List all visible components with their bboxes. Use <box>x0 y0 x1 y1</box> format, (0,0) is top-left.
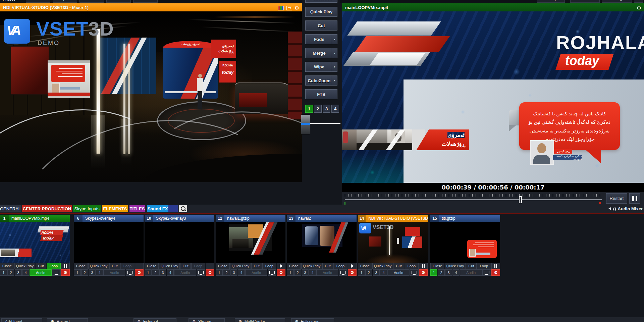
audio-button[interactable]: Audio <box>316 269 338 276</box>
input-header[interactable]: 1 mainLOOPVMix.mp4 <box>0 215 70 222</box>
overlay-1-button[interactable]: 1 <box>145 269 152 276</box>
fullscreen-output-button[interactable] <box>339 269 347 276</box>
quick-play-button[interactable]: Quick Play <box>305 7 337 17</box>
fullscreen-monitor-icon[interactable] <box>286 6 292 10</box>
close-button[interactable]: Close <box>358 263 372 269</box>
preview-video[interactable]: ئەمرۆی ڕۆژهەلات ئەمرۆی ڕۆژهەلات ROJHA to… <box>0 11 302 182</box>
menu-last-button[interactable]: Last <box>133 0 158 3</box>
loop-button[interactable]: Loop <box>47 263 61 269</box>
overlay-4-button[interactable]: 4 <box>309 269 316 276</box>
fullscreen-output-button[interactable] <box>268 269 276 276</box>
quick-play-button[interactable]: Quick Play <box>372 263 393 269</box>
close-button[interactable]: Close <box>74 263 88 269</box>
quick-play-button[interactable]: Quick Play <box>159 263 180 269</box>
program-settings-gear-icon[interactable] <box>637 5 641 11</box>
record-button[interactable]: Record <box>47 318 88 322</box>
overlay-4-button[interactable]: 4 <box>96 269 103 276</box>
overlay-4-button[interactable]: 4 <box>452 269 460 276</box>
overlay-1-button[interactable]: 1 <box>305 105 313 113</box>
close-button[interactable]: Close <box>145 263 159 269</box>
close-button[interactable]: Close <box>287 263 301 269</box>
tab-sound-fx[interactable]: Sound FX <box>147 205 168 212</box>
tab-titles[interactable]: TITLES <box>129 205 145 212</box>
overlay-3-button[interactable]: 3 <box>323 105 330 113</box>
input-thumbnail[interactable] <box>430 222 500 263</box>
menu-saveas-button[interactable]: Save As <box>106 0 131 3</box>
input-settings-button[interactable] <box>348 269 357 276</box>
input-card-12[interactable]: 12 hawal1.gtzip Close Quick Play Cut Loo… <box>216 215 285 275</box>
fullscreen-output-button[interactable] <box>126 269 135 276</box>
audio-button[interactable]: Audio <box>245 269 267 276</box>
tab-stub[interactable] <box>168 205 178 212</box>
overlay-2-button[interactable]: 2 <box>152 269 159 276</box>
loop-button[interactable]: Loop <box>405 263 419 269</box>
program-video[interactable]: ROJHALAT today کاتێک باس لە چەند کەس یا … <box>342 11 644 183</box>
tab-skype-inputs[interactable]: Skype Inputs <box>73 205 101 212</box>
input-card-14[interactable]: 14 NDI VIRTUAL-STUDIO (VSET3D - M VSET3D… <box>358 215 428 275</box>
overlay-2-button[interactable]: 2 <box>294 269 301 276</box>
overlay-3-button[interactable]: 3 <box>159 269 166 276</box>
search-button[interactable] <box>179 205 187 212</box>
preview-settings-gear-icon[interactable] <box>295 5 299 11</box>
settings-menu-button[interactable]: Settings <box>602 0 632 3</box>
tbar-slider-handle[interactable] <box>301 114 310 135</box>
fullscreen-output-button[interactable] <box>482 269 491 276</box>
loop-button[interactable]: Loop <box>262 263 276 269</box>
loop-button[interactable]: Loop <box>120 263 135 269</box>
overlay-1-button[interactable]: 1 <box>430 269 437 276</box>
quick-play-button[interactable]: Quick Play <box>88 263 109 269</box>
input-header[interactable]: 14 NDI VIRTUAL-STUDIO (VSET3D - M <box>358 215 428 222</box>
cubezoom-button[interactable]: CubeZoom <box>305 75 337 86</box>
external-button[interactable]: External <box>133 318 176 322</box>
quick-play-button[interactable]: Quick Play <box>301 263 322 269</box>
input-settings-button[interactable] <box>61 269 70 276</box>
menu-new-button[interactable]: New <box>26 0 50 3</box>
input-thumbnail[interactable]: ROJHAtoday <box>0 222 70 263</box>
audio-mixer-button[interactable]: Audio Mixer <box>608 205 643 212</box>
close-button[interactable]: Close <box>216 263 230 269</box>
quick-play-button[interactable]: Quick Play <box>14 263 35 269</box>
media-state-button[interactable] <box>135 263 144 269</box>
wipe-button[interactable]: Wipe <box>305 62 337 72</box>
menu-preset[interactable]: Preset <box>3 0 21 3</box>
media-pause-button[interactable] <box>61 263 70 269</box>
input-thumbnail[interactable] <box>287 222 357 263</box>
cubezoom-dropdown-arrow-icon[interactable] <box>332 76 337 85</box>
overlay-2-button[interactable]: 2 <box>438 269 445 276</box>
input-settings-button[interactable] <box>206 269 214 276</box>
fade-dropdown-arrow-icon[interactable] <box>332 35 337 44</box>
cut-button[interactable]: Cut <box>393 263 404 269</box>
fullscreen-button[interactable]: Fullscreen <box>305 0 337 3</box>
loop-button[interactable]: Loop <box>191 263 205 269</box>
menu-open-button[interactable]: Open <box>53 0 77 3</box>
tab-elements[interactable]: ELEMENTS <box>102 205 128 212</box>
media-pause-button[interactable] <box>419 263 428 269</box>
cut-button[interactable]: Cut <box>466 263 477 269</box>
input-thumbnail[interactable] <box>145 222 214 263</box>
cut-button[interactable]: Cut <box>109 263 120 269</box>
pause-inputs-button[interactable]: Pause Inputs <box>537 0 565 3</box>
overlay-2-button[interactable]: 2 <box>7 269 14 276</box>
multicorder-button[interactable]: MultiCorder <box>235 318 285 322</box>
overlay-4-button[interactable]: 4 <box>238 269 245 276</box>
cut-button[interactable]: Cut <box>251 263 262 269</box>
close-button[interactable]: Close <box>0 263 14 269</box>
overlay-1-button[interactable]: 1 <box>0 269 7 276</box>
fullscreen-output-button[interactable] <box>410 269 419 276</box>
colorbars-icon[interactable] <box>278 6 284 10</box>
overlay-4-button[interactable]: 4 <box>380 269 387 276</box>
cut-button[interactable]: Cut <box>36 263 46 269</box>
stream-button[interactable]: Stream <box>189 318 225 322</box>
overlay-2-button[interactable]: 2 <box>81 269 88 276</box>
fullscreen-output-button[interactable] <box>197 269 205 276</box>
overlay-3-button[interactable]: 3 <box>302 269 309 276</box>
overlay-3-button[interactable]: 3 <box>89 269 96 276</box>
fullscreen-output-button[interactable] <box>52 269 61 276</box>
cut-button[interactable]: Cut <box>322 263 333 269</box>
scrub-track[interactable] <box>345 199 602 200</box>
input-header[interactable]: 12 hawal1.gtzip <box>216 215 285 222</box>
audio-button[interactable]: Audio <box>460 269 482 276</box>
cut-button[interactable]: Cut <box>180 263 191 269</box>
pause-button[interactable] <box>629 193 640 204</box>
input-settings-button[interactable] <box>135 269 144 276</box>
